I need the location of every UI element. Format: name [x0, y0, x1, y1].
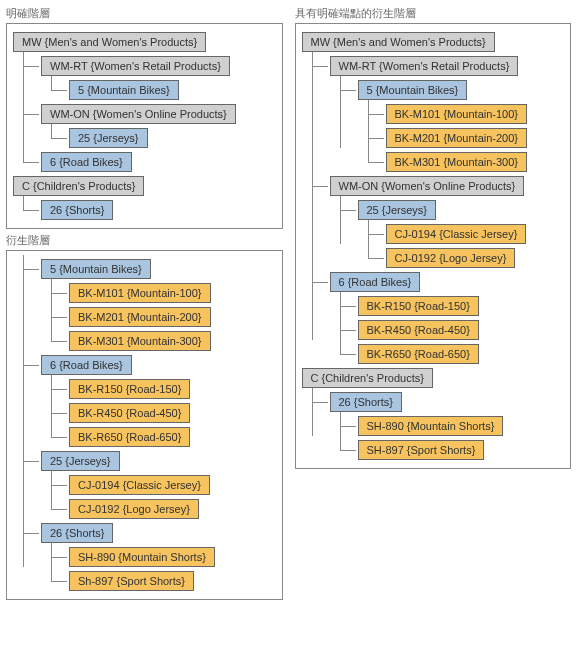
panel-explicit-wrapper: 明確階層 MW {Men's and Women's Products}WM-R… — [6, 6, 283, 229]
tree-node-label: CJ-0192 {Logo Jersey} — [69, 499, 199, 519]
tree-node-label: C {Children's Products} — [302, 368, 433, 388]
tree-node: C {Children's Products} — [13, 174, 276, 198]
tree-node-label: BK-M101 {Mountain-100} — [69, 283, 211, 303]
tree-node-label: 26 {Shorts} — [330, 392, 402, 412]
tree-node-label: SH-890 {Mountain Shorts} — [69, 547, 215, 567]
panel-derived: 5 {Mountain Bikes}BK-M101 {Mountain-100}… — [6, 250, 283, 600]
tree-node-label: WM-RT {Women's Retail Products} — [41, 56, 230, 76]
tree-node: WM-ON {Women's Online Products} — [13, 102, 276, 126]
tree-node-label: WM-ON {Women's Online Products} — [330, 176, 525, 196]
tree-node-label: 6 {Road Bikes} — [41, 355, 132, 375]
panel-combined-wrapper: 具有明確端點的衍生階層 MW {Men's and Women's Produc… — [295, 6, 572, 469]
tree-node: BK-M201 {Mountain-200} — [302, 126, 565, 150]
tree-node-label: BK-M301 {Mountain-300} — [386, 152, 528, 172]
tree-node-label: 25 {Jerseys} — [69, 128, 148, 148]
tree-node-label: Sh-897 {Sport Shorts} — [69, 571, 194, 591]
left-column: 明確階層 MW {Men's and Women's Products}WM-R… — [6, 6, 283, 600]
tree-node-label: BK-R450 {Road-450} — [69, 403, 190, 423]
tree-node-label: 5 {Mountain Bikes} — [69, 80, 179, 100]
panel-explicit: MW {Men's and Women's Products}WM-RT {Wo… — [6, 23, 283, 229]
tree-node-label: BK-R150 {Road-150} — [358, 296, 479, 316]
tree-node: WM-RT {Women's Retail Products} — [13, 54, 276, 78]
tree-node-label: WM-RT {Women's Retail Products} — [330, 56, 519, 76]
tree-node-label: 6 {Road Bikes} — [41, 152, 132, 172]
tree-node-label: 5 {Mountain Bikes} — [358, 80, 468, 100]
tree-node: SH-890 {Mountain Shorts} — [302, 414, 565, 438]
tree-node: BK-M301 {Mountain-300} — [13, 329, 276, 353]
tree-node: 25 {Jerseys} — [302, 198, 565, 222]
tree-node-label: 25 {Jerseys} — [41, 451, 120, 471]
tree-node-label: MW {Men's and Women's Products} — [13, 32, 206, 52]
tree-node: C {Children's Products} — [302, 366, 565, 390]
tree-node: SH-890 {Mountain Shorts} — [13, 545, 276, 569]
tree-node-label: 26 {Shorts} — [41, 523, 113, 543]
tree-node: BK-R150 {Road-150} — [13, 377, 276, 401]
tree-node-label: BK-M201 {Mountain-200} — [69, 307, 211, 327]
tree-node-label: BK-R450 {Road-450} — [358, 320, 479, 340]
tree-node: 26 {Shorts} — [302, 390, 565, 414]
tree-node: 26 {Shorts} — [13, 198, 276, 222]
tree-node-label: MW {Men's and Women's Products} — [302, 32, 495, 52]
tree-node: 25 {Jerseys} — [13, 126, 276, 150]
tree-node-label: 26 {Shorts} — [41, 200, 113, 220]
tree-node-label: C {Children's Products} — [13, 176, 144, 196]
tree-node: WM-RT {Women's Retail Products} — [302, 54, 565, 78]
tree-node: SH-897 {Sport Shorts} — [302, 438, 565, 462]
tree-node: 6 {Road Bikes} — [13, 150, 276, 174]
tree-node: 6 {Road Bikes} — [13, 353, 276, 377]
tree-node-label: BK-R650 {Road-650} — [358, 344, 479, 364]
tree-node-label: BK-M201 {Mountain-200} — [386, 128, 528, 148]
tree-node: CJ-0194 {Classic Jersey} — [13, 473, 276, 497]
tree-node: BK-M101 {Mountain-100} — [13, 281, 276, 305]
tree-node: MW {Men's and Women's Products} — [302, 30, 565, 54]
tree-node: CJ-0192 {Logo Jersey} — [302, 246, 565, 270]
tree-node: BK-M101 {Mountain-100} — [302, 102, 565, 126]
tree-node: 5 {Mountain Bikes} — [13, 78, 276, 102]
tree-node: 6 {Road Bikes} — [302, 270, 565, 294]
tree-node: MW {Men's and Women's Products} — [13, 30, 276, 54]
tree-node-label: WM-ON {Women's Online Products} — [41, 104, 236, 124]
right-column: 具有明確端點的衍生階層 MW {Men's and Women's Produc… — [295, 6, 572, 600]
panel-title-derived: 衍生階層 — [6, 233, 283, 248]
tree-node: 5 {Mountain Bikes} — [13, 257, 276, 281]
tree-node-label: SH-897 {Sport Shorts} — [358, 440, 485, 460]
tree-node: BK-R450 {Road-450} — [13, 401, 276, 425]
tree-node: 26 {Shorts} — [13, 521, 276, 545]
tree-node: 5 {Mountain Bikes} — [302, 78, 565, 102]
tree-node-label: CJ-0194 {Classic Jersey} — [69, 475, 210, 495]
tree-node-label: 6 {Road Bikes} — [330, 272, 421, 292]
tree-node: BK-R650 {Road-650} — [13, 425, 276, 449]
tree-node: Sh-897 {Sport Shorts} — [13, 569, 276, 593]
panel-combined: MW {Men's and Women's Products}WM-RT {Wo… — [295, 23, 572, 469]
panel-title-explicit: 明確階層 — [6, 6, 283, 21]
panel-title-combined: 具有明確端點的衍生階層 — [295, 6, 572, 21]
tree-node-label: BK-M301 {Mountain-300} — [69, 331, 211, 351]
tree-node-label: CJ-0192 {Logo Jersey} — [386, 248, 516, 268]
tree-node-label: SH-890 {Mountain Shorts} — [358, 416, 504, 436]
tree-node: CJ-0192 {Logo Jersey} — [13, 497, 276, 521]
diagram-container: 明確階層 MW {Men's and Women's Products}WM-R… — [6, 6, 571, 600]
tree-node: BK-M301 {Mountain-300} — [302, 150, 565, 174]
tree-node: BK-M201 {Mountain-200} — [13, 305, 276, 329]
tree-node-label: 25 {Jerseys} — [358, 200, 437, 220]
tree-node: BK-R150 {Road-150} — [302, 294, 565, 318]
tree-node: BK-R450 {Road-450} — [302, 318, 565, 342]
tree-node-label: BK-R150 {Road-150} — [69, 379, 190, 399]
tree-node-label: BK-R650 {Road-650} — [69, 427, 190, 447]
tree-node: 25 {Jerseys} — [13, 449, 276, 473]
tree-node-label: 5 {Mountain Bikes} — [41, 259, 151, 279]
panel-derived-wrapper: 衍生階層 5 {Mountain Bikes}BK-M101 {Mountain… — [6, 233, 283, 600]
tree-node: BK-R650 {Road-650} — [302, 342, 565, 366]
tree-node-label: BK-M101 {Mountain-100} — [386, 104, 528, 124]
tree-node: CJ-0194 {Classic Jersey} — [302, 222, 565, 246]
tree-node: WM-ON {Women's Online Products} — [302, 174, 565, 198]
tree-node-label: CJ-0194 {Classic Jersey} — [386, 224, 527, 244]
